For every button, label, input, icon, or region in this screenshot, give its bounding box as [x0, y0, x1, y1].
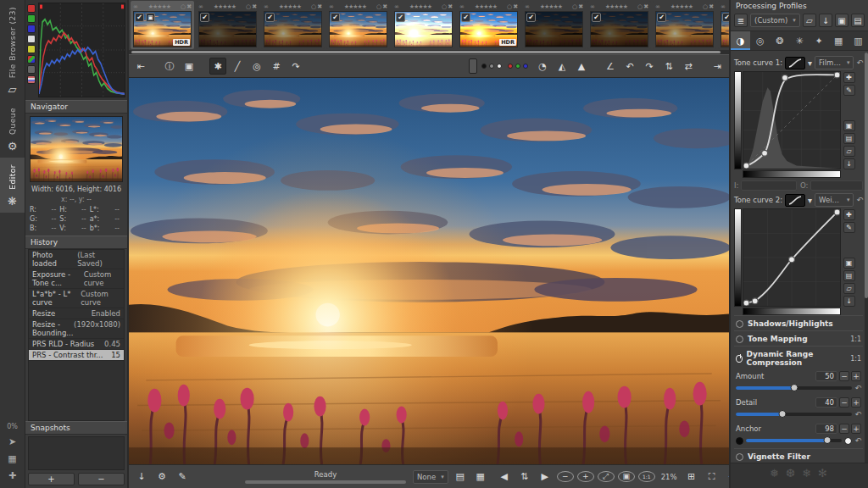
filmstrip-thumbnail[interactable]: ★★★★★ — [718, 1, 729, 49]
detail-slider-track[interactable] — [736, 413, 852, 416]
paste-profile-button[interactable] — [851, 14, 865, 27]
preview-black-dot[interactable] — [481, 64, 487, 69]
color-picker-button[interactable] — [248, 58, 265, 75]
section-vignette-filter[interactable]: Vignette Filter — [734, 448, 863, 463]
edit-curve-icon[interactable] — [843, 222, 855, 233]
star-rating[interactable]: ★★★★★ — [335, 3, 376, 10]
filmstrip-thumbnail[interactable]: ★★★★★ — [522, 1, 586, 49]
tab-metadata[interactable] — [849, 31, 868, 50]
tone-curve-1-mode-select[interactable]: Film-like▾ — [815, 56, 854, 69]
tab-file-browser[interactable]: File Browser (23) ▱ — [0, 0, 25, 101]
snapshots-list[interactable] — [28, 436, 125, 470]
curve-type-button[interactable] — [785, 194, 805, 207]
save-image-button[interactable] — [133, 469, 150, 485]
filmstrip-thumbnail[interactable]: ★★★★★ — [653, 1, 716, 49]
tone-curve-1-editor[interactable] — [734, 71, 863, 178]
decrement-button[interactable]: − — [839, 424, 849, 434]
edit-point-icon[interactable] — [843, 209, 855, 220]
tone-curve-2-mode-select[interactable]: Weighte...andard▾ — [815, 193, 854, 207]
detail-window-button[interactable] — [683, 469, 700, 485]
save-curve-icon[interactable] — [843, 296, 855, 307]
history-row[interactable]: ResizeEnabled — [29, 308, 124, 319]
reset-icon[interactable] — [856, 58, 863, 67]
delete-icon[interactable] — [513, 3, 518, 10]
preview-red-channel[interactable] — [508, 64, 513, 69]
delete-icon[interactable] — [382, 3, 387, 10]
background-color-selector[interactable] — [469, 58, 477, 74]
paste-curve-icon[interactable] — [843, 133, 855, 144]
star-rating[interactable]: ★★★★★ — [465, 3, 506, 10]
histogram-raw-toggle[interactable] — [27, 55, 36, 64]
checkmark-icon[interactable] — [722, 13, 729, 22]
histogram-green-toggle[interactable] — [27, 14, 36, 23]
rotate-left-button[interactable] — [621, 58, 638, 75]
checkmark-icon[interactable] — [526, 13, 536, 22]
power-toggle-icon[interactable] — [736, 320, 743, 328]
color-label-icon[interactable] — [376, 3, 381, 10]
star-rating[interactable]: ★★★★★ — [661, 3, 702, 10]
histogram-chromaticity-toggle[interactable] — [27, 45, 36, 53]
link-icon[interactable] — [590, 3, 595, 10]
tab-detail[interactable] — [750, 31, 770, 50]
link-icon[interactable] — [655, 3, 660, 10]
history-row[interactable]: PRS RLD - Radius0.45 — [29, 339, 124, 350]
link-icon[interactable] — [264, 3, 269, 10]
save-profile-button[interactable] — [819, 14, 832, 27]
link-icon[interactable] — [394, 3, 399, 10]
add-to-queue-button[interactable] — [153, 469, 170, 485]
histogram-blue-toggle[interactable] — [27, 25, 36, 33]
curve-type-caret[interactable]: ▾ — [808, 58, 812, 68]
reset-icon[interactable] — [854, 436, 861, 445]
checkmark-icon[interactable] — [265, 13, 275, 22]
zoom-fit-crop-button[interactable] — [618, 471, 635, 482]
curve-type-caret[interactable]: ▾ — [808, 196, 812, 205]
preview-green-channel[interactable] — [515, 64, 520, 69]
fast-export-icon[interactable] — [8, 436, 16, 447]
reset-icon[interactable] — [854, 410, 861, 419]
gamut-check-button[interactable] — [472, 469, 489, 485]
increment-button[interactable]: + — [851, 424, 861, 434]
info-button[interactable] — [161, 58, 178, 75]
increment-button[interactable]: + — [851, 397, 861, 408]
hide-right-panel-button[interactable] — [709, 58, 726, 75]
filmstrip-thumbnail[interactable]: ★★★★★ HDR — [457, 1, 520, 49]
star-rating[interactable]: ★★★★★ — [531, 3, 571, 10]
filmstrip-thumbnail[interactable]: ★★★★★ — [196, 1, 259, 49]
delete-icon[interactable] — [448, 3, 453, 10]
delete-icon[interactable] — [186, 3, 192, 10]
reset-icon[interactable] — [856, 196, 863, 204]
monitor-profile-select[interactable]: None▾ — [413, 470, 448, 484]
star-rating[interactable]: ★★★★★ — [400, 3, 441, 10]
edit-point-icon[interactable] — [843, 72, 855, 83]
reset-icon[interactable] — [854, 384, 861, 392]
link-icon[interactable] — [459, 3, 465, 10]
color-label-icon[interactable] — [572, 3, 577, 10]
load-profile-button[interactable] — [803, 14, 816, 27]
hand-tool-button[interactable] — [209, 58, 226, 75]
checkmark-icon[interactable] — [461, 13, 470, 22]
white-balance-picker-button[interactable] — [229, 58, 246, 75]
amount-value[interactable]: 50 — [815, 371, 837, 381]
detail-value[interactable]: 40 — [815, 397, 837, 408]
histogram-bar-toggle[interactable] — [27, 75, 36, 84]
load-curve-icon[interactable] — [843, 283, 855, 294]
snapshots-header[interactable]: Snapshots — [25, 421, 127, 435]
profile-select[interactable]: (Custom)▾ — [750, 14, 800, 27]
filmstrip-thumbnail[interactable]: ★★★★★ HDR — [131, 1, 194, 49]
preview-white-dot[interactable] — [497, 64, 502, 69]
shadow-clipping-button[interactable] — [554, 58, 570, 75]
soft-proofing-button[interactable] — [452, 469, 469, 485]
paste-curve-icon[interactable] — [843, 270, 855, 281]
external-editor-button[interactable] — [174, 469, 191, 485]
add-snapshot-button[interactable]: + — [28, 473, 75, 485]
star-rating[interactable]: ★★★★★ — [139, 3, 180, 10]
history-row-selected[interactable]: PRS - Contrast thr...15 — [29, 350, 124, 361]
star-rating[interactable]: ★★★★★ — [204, 3, 245, 10]
rotate-right-button[interactable] — [641, 58, 658, 75]
delete-icon[interactable] — [709, 3, 714, 10]
sharpening-mask-button[interactable] — [534, 58, 551, 75]
filmstrip-thumbnail[interactable]: ★★★★★ — [587, 1, 651, 49]
curve-type-button[interactable] — [785, 57, 805, 69]
color-label-icon[interactable] — [311, 3, 316, 10]
decrement-button[interactable]: − — [839, 371, 849, 381]
